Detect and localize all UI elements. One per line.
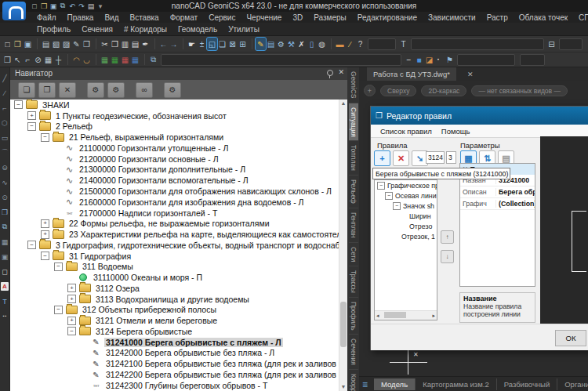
layout-tab-Картограмма изм.2[interactable]: Картограмма изм.2 <box>416 378 497 390</box>
draw-ray-tool[interactable]: ∕ <box>0 85 9 100</box>
array-button[interactable]: ▦ <box>43 53 53 66</box>
navigator-header[interactable]: Навигатор ✕ <box>10 67 347 81</box>
property-row[interactable]: Графич(Collection) <box>460 198 535 210</box>
tree-item[interactable]: −3 Гидрография, гидротехнические объекты… <box>10 240 347 251</box>
toolbar-combo[interactable] <box>161 54 401 66</box>
table-green-button[interactable]: ▦ <box>100 53 110 66</box>
tree-item[interactable]: 31110000 Океаны и моря - П <box>10 272 347 283</box>
layout-tab-Разбивочный[interactable]: Разбивочный <box>497 378 558 390</box>
nav-new-button[interactable]: ❏ <box>18 82 35 98</box>
scroll-down-icon[interactable]: ▼ <box>339 383 347 391</box>
notebook-button[interactable]: ▯ <box>307 38 317 50</box>
menu-item-3D[interactable]: 3D <box>287 13 308 22</box>
side-tab-Сечения[interactable]: Сечения <box>349 335 358 370</box>
select-button[interactable]: ↖ <box>13 53 23 66</box>
collapse-minus-icon[interactable]: − <box>54 262 63 271</box>
text-style-icon[interactable]: T <box>398 38 408 50</box>
copy-sheet-button[interactable]: ❐ <box>82 38 92 50</box>
table-a-button[interactable]: ▦ <box>120 53 130 66</box>
view-pill-2D-каркас[interactable]: 2D-каркас <box>421 85 466 96</box>
white-tool[interactable]: ◻ <box>0 264 9 279</box>
toolbar-combo[interactable] <box>520 54 545 66</box>
toolbar-combo[interactable] <box>457 54 515 66</box>
table-excel-button[interactable]: ▦ <box>110 53 120 66</box>
redo-button[interactable]: → <box>169 38 179 50</box>
view-pill-Сверху[interactable]: Сверху <box>380 85 416 96</box>
side-tab-Топплан[interactable]: Топплан <box>349 141 358 176</box>
points-icon[interactable]: ⠂ <box>434 53 445 66</box>
side-tab-Профиль[interactable]: Профиль <box>349 298 358 335</box>
color-swatch-icon[interactable]: ■ <box>414 53 424 66</box>
open-file-button[interactable]: ❒ <box>13 38 23 50</box>
format-painter-button[interactable]: ❐ <box>2 53 13 66</box>
tree-item[interactable]: ∿21100000 Горизонтали утолщенные - Л <box>10 143 347 154</box>
scroll-up-icon[interactable]: ▲ <box>339 100 347 107</box>
print-preview-button[interactable]: ▧ <box>51 38 61 50</box>
tree-item[interactable]: −3124 Берега обрывистые <box>10 326 347 337</box>
tree-item[interactable]: ✎31242200 Берега обрывистые без пляжа (д… <box>10 369 347 380</box>
menu-item-Растр[interactable]: Растр <box>481 13 514 22</box>
nav-options-button[interactable]: ⚙ <box>164 82 181 98</box>
table-n-button[interactable]: ▦ <box>130 53 140 66</box>
menu-item-Сервис[interactable]: Сервис <box>203 13 241 22</box>
collapse-minus-icon[interactable]: − <box>67 327 76 335</box>
tree-item[interactable]: −31 Гидрография <box>10 251 347 262</box>
scroll-left-icon[interactable]: ◂ <box>376 311 379 320</box>
pan-button[interactable]: ☛ <box>187 38 197 50</box>
forbid-button[interactable]: ⊘ <box>33 53 43 66</box>
menu-item-Файл[interactable]: Файл <box>31 13 62 22</box>
toolbar-combo[interactable] <box>368 38 396 50</box>
rule-name-combo[interactable]: Берега обрывистые с пляжем (31241000) <box>372 168 510 179</box>
tree-item[interactable]: ∿21400000 Горизонтали вспомогательные - … <box>10 175 347 186</box>
expand-plus-icon[interactable]: + <box>41 230 49 239</box>
fillet-tool-button[interactable]: ◡ <box>82 53 92 66</box>
draw-ellipse-tool[interactable]: ⊙ <box>0 190 9 205</box>
layout-tab-Организация рельефа[interactable]: Организация рельефа <box>557 378 588 390</box>
polyline-edit-button[interactable]: ⌐ <box>23 53 33 66</box>
tree-item[interactable]: тнт31242300 Глубины береговых обрывов - … <box>10 380 347 391</box>
new-file-button[interactable]: □ <box>30 2 39 11</box>
layout-tab-Модель[interactable]: Модель <box>374 378 416 390</box>
document-tab[interactable]: Работа с БД УТЗ.dwg* <box>367 67 456 81</box>
expand-plus-icon[interactable]: + <box>41 219 49 228</box>
move-down-button[interactable]: ↓ <box>441 250 454 263</box>
tree-item[interactable]: +1 Пункты геодезические, обозначения выс… <box>10 110 347 121</box>
qat-dropdown[interactable]: ▾ <box>96 2 105 11</box>
rule-tree-item[interactable]: Отрезок, 1 <box>375 231 437 241</box>
menu-item-Правка[interactable]: Правка <box>62 13 100 22</box>
menu-item-Зависимости[interactable]: Зависимости <box>423 13 481 22</box>
tools-x-button[interactable]: ✗ <box>296 38 307 50</box>
menu-item-Сечения[interactable]: Сечения <box>76 25 118 34</box>
tree-item[interactable]: −2 Рельеф <box>10 121 347 132</box>
scroll-right-icon[interactable]: ▸ <box>432 311 435 320</box>
tree-item[interactable]: ∿21200000 Горизонтали основные - Л <box>10 154 347 165</box>
tree-item[interactable]: ∿21600000 Горизонтали для изображения дн… <box>10 197 347 208</box>
paste-special-button[interactable]: ▤ <box>130 38 140 50</box>
collapse-minus-icon[interactable]: − <box>14 100 23 109</box>
collapse-minus-icon[interactable]: − <box>393 202 401 210</box>
add-view-button[interactable]: + <box>364 85 376 96</box>
tree-item[interactable]: ∿21300000 Горизонтали дополнительные - Л <box>10 165 347 176</box>
collapse-minus-icon[interactable]: − <box>27 241 36 249</box>
rule-filter-field[interactable]: 3124 <box>426 151 445 164</box>
redo-button[interactable]: ↷ <box>77 2 86 11</box>
expand-plus-icon[interactable]: + <box>67 317 76 325</box>
tree-item[interactable]: −21 Рельеф, выраженный горизонталями <box>10 132 347 143</box>
draw-pline-tool[interactable]: ⌐ <box>0 100 9 115</box>
property-row[interactable]: ОписанБерега обры <box>460 186 535 198</box>
view-pill-— нет связанных видов —[interactable]: — нет связанных видов — <box>471 85 568 96</box>
tree-item[interactable]: +23 Характеристики рельефа на карте, выд… <box>10 229 347 240</box>
nav-find-button[interactable]: ∞ <box>136 82 153 98</box>
draw-spline-tool[interactable]: ∿ <box>0 175 9 190</box>
draw-polygon-tool[interactable]: ⬡ <box>0 115 9 130</box>
draw-arc-tool[interactable]: ⌒ <box>0 145 9 160</box>
collapse-minus-icon[interactable]: − <box>377 182 385 190</box>
points-tool[interactable]: ⠒ <box>0 309 9 324</box>
rule-tree-item[interactable]: −Осевая лини <box>375 190 437 201</box>
side-tab-GeoniCS[interactable]: GeoniCS <box>349 67 358 103</box>
tree-item[interactable]: −312 Объекты прибережной полосы <box>10 305 347 316</box>
draw-line-tool[interactable]: ╱ <box>0 71 9 85</box>
nav-settings2-button[interactable]: ⚙ <box>107 82 125 98</box>
side-tab-Сети[interactable]: Сети <box>349 243 358 266</box>
tree-item[interactable]: +3112 Озера <box>10 283 347 294</box>
